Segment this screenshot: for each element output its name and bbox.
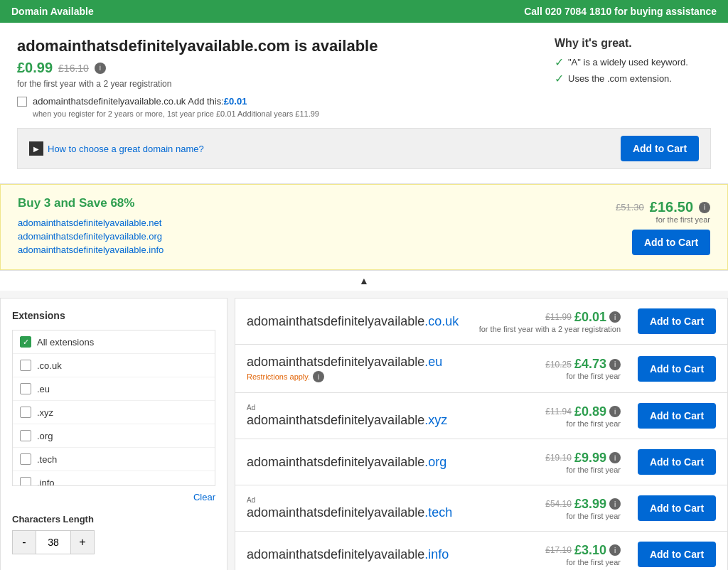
ext-checkbox-info[interactable] [20, 477, 31, 486]
add-to-cart-eu[interactable]: Add to Cart [638, 356, 716, 382]
price-current: £0.99 [17, 60, 53, 76]
add-to-cart-org[interactable]: Add to Cart [638, 449, 716, 475]
buy3-new-price: £16.50 [650, 199, 693, 215]
buy3-domain-3[interactable]: adomainthatsdefinitelyavailable.info [18, 244, 164, 255]
buy3-section: Buy 3 and Save 68% adomainthatsdefinitel… [0, 184, 728, 270]
ext-item-org[interactable]: .org [13, 424, 215, 448]
domain-name-couk: adomainthatsdefinitelyavailable.co.uk [247, 314, 459, 329]
buy3-title: Buy 3 and Save 68% [18, 196, 164, 210]
ext-item-tech[interactable]: .tech [13, 448, 215, 471]
ext-label-tech: .tech [37, 454, 57, 465]
ext-checkbox-eu[interactable] [20, 383, 31, 394]
price-info-icon-couk[interactable]: i [609, 311, 621, 323]
ext-label-org: .org [37, 431, 53, 441]
domain-name-eu: adomainthatsdefinitelyavailable.eu Restr… [247, 355, 442, 382]
ext-label-xyz: .xyz [37, 407, 53, 418]
ext-checkbox-org[interactable] [20, 430, 31, 441]
banner-right: Call 020 7084 1810 for buying assistance [524, 6, 717, 17]
restrictions-eu: Restrictions apply. i [247, 371, 442, 382]
buy3-info-icon[interactable]: i [699, 202, 710, 213]
stepper-plus[interactable]: + [71, 531, 94, 554]
domain-list-item-xyz: Ad adomainthatsdefinitelyavailable.xyz £… [235, 393, 727, 439]
domain-list-item-tech: Ad adomainthatsdefinitelyavailable.tech … [235, 485, 727, 532]
domain-price-xyz: £11.94 £0.89 i for the first year [545, 404, 621, 428]
domain-price-eu: £10.25 £4.73 i for the first year [545, 357, 621, 380]
domain-price-couk: £11.99 £0.01 i for the first year with a… [479, 310, 621, 333]
domain-right: Why it's great. ✓ "A" is a widely used k… [555, 37, 711, 118]
domain-right-col-org: £19.10 £9.99 i for the first year Add to… [545, 449, 716, 475]
domain-right-col-eu: £10.25 £4.73 i for the first year Add to… [545, 356, 716, 382]
price-info-icon-tech[interactable]: i [609, 498, 621, 510]
why-great-title: Why it's great. [555, 37, 711, 50]
check-icon-1: ✓ [555, 55, 564, 69]
domain-right-col-tech: £54.10 £3.99 i for the first year Add to… [545, 495, 716, 521]
add-to-cart-tech[interactable]: Add to Cart [638, 495, 716, 521]
ext-checkbox-couk[interactable] [20, 360, 31, 371]
ext-label-eu: .eu [37, 384, 50, 394]
bottom-section: Extensions All extensions .co.uk .eu .xy… [0, 298, 728, 570]
domain-list-item-info: adomainthatsdefinitelyavailable.info £17… [235, 532, 727, 570]
buy3-old-price: £51.30 [616, 202, 644, 213]
char-length-section: Characters Length - + [12, 514, 215, 554]
add-to-cart-info[interactable]: Add to Cart [638, 542, 716, 567]
domain-left: adomainthatsdefinitelyavailable.com is a… [17, 37, 540, 118]
ext-label-info: .info [37, 478, 55, 487]
domain-price-org: £19.10 £9.99 i for the first year [545, 451, 621, 474]
couk-checkbox[interactable] [17, 97, 27, 107]
buy3-price-note: for the first year [656, 215, 710, 224]
restrictions-info-icon[interactable]: i [313, 371, 324, 382]
clear-link[interactable]: Clear [12, 492, 215, 502]
extensions-sidebar: Extensions All extensions .co.uk .eu .xy… [0, 298, 228, 570]
info-icon[interactable]: i [95, 63, 106, 74]
domain-right-col-info: £17.10 £3.10 i for the first year Add to… [545, 542, 716, 567]
price-old: £16.10 [58, 63, 89, 74]
stepper-minus[interactable]: - [13, 531, 36, 554]
domain-list-item-org: adomainthatsdefinitelyavailable.org £19.… [235, 439, 727, 485]
ext-item-couk[interactable]: .co.uk [13, 354, 215, 377]
stepper: - + [12, 530, 95, 554]
buy3-add-to-cart-button[interactable]: Add to Cart [632, 230, 710, 255]
ext-item-xyz[interactable]: .xyz [13, 401, 215, 424]
ext-checkbox-all[interactable] [20, 336, 31, 348]
ext-checkbox-xyz[interactable] [20, 407, 31, 418]
ext-label-couk: .co.uk [37, 360, 62, 371]
domain-price-info: £17.10 £3.10 i for the first year [545, 543, 621, 566]
domain-name-info: adomainthatsdefinitelyavailable.info [247, 547, 449, 562]
buy3-domain-1[interactable]: adomainthatsdefinitelyavailable.net [18, 217, 164, 228]
why-great-text-1: "A" is a widely used keyword. [568, 57, 688, 68]
price-info-icon-xyz[interactable]: i [609, 406, 621, 417]
domain-list-item-couk: adomainthatsdefinitelyavailable.co.uk £1… [235, 299, 727, 345]
domain-name-xyz: Ad adomainthatsdefinitelyavailable.xyz [247, 404, 447, 428]
price-info-icon-eu[interactable]: i [609, 359, 621, 370]
extensions-scroll: All extensions .co.uk .eu .xyz .org .tec… [12, 330, 215, 486]
why-great-item-1: ✓ "A" is a widely used keyword. [555, 55, 711, 69]
add-to-cart-couk[interactable]: Add to Cart [638, 308, 716, 334]
stepper-value[interactable] [36, 531, 71, 554]
price-note: for the first year with a 2 year registr… [17, 79, 540, 89]
ext-checkbox-tech[interactable] [20, 453, 31, 465]
price-info-icon-info[interactable]: i [609, 544, 621, 556]
domain-list-item-eu: adomainthatsdefinitelyavailable.eu Restr… [235, 345, 727, 393]
collapse-arrow[interactable]: ▲ [0, 270, 728, 291]
video-icon: ▶ [29, 141, 43, 156]
price-info-icon-org[interactable]: i [609, 452, 621, 463]
add-to-cart-xyz[interactable]: Add to Cart [638, 403, 716, 429]
check-icon-2: ✓ [555, 72, 564, 85]
ext-item-info[interactable]: .info [13, 471, 215, 486]
ext-item-eu[interactable]: .eu [13, 377, 215, 401]
char-length-title: Characters Length [12, 514, 215, 525]
ext-label-all: All extensions [37, 337, 94, 348]
couk-label: adomainthatsdefinitelyavailable.co.uk Ad… [33, 96, 247, 107]
how-to-row: ▶ How to choose a great domain name? Add… [17, 128, 711, 169]
top-banner: Domain Available Call 020 7084 1810 for … [0, 0, 728, 23]
ad-badge-tech: Ad [247, 496, 452, 504]
buy3-left: Buy 3 and Save 68% adomainthatsdefinitel… [18, 196, 164, 258]
how-to-link[interactable]: ▶ How to choose a great domain name? [29, 141, 204, 156]
domain-available-section: adomainthatsdefinitelyavailable.com is a… [0, 23, 728, 184]
why-great-item-2: ✓ Uses the .com extension. [555, 72, 711, 85]
domain-right-col-couk: £11.99 £0.01 i for the first year with a… [479, 308, 716, 334]
ext-item-all[interactable]: All extensions [13, 330, 215, 354]
add-to-cart-button-main[interactable]: Add to Cart [621, 136, 699, 161]
domain-price-tech: £54.10 £3.99 i for the first year [545, 497, 621, 520]
buy3-domain-2[interactable]: adomainthatsdefinitelyavailable.org [18, 231, 164, 242]
